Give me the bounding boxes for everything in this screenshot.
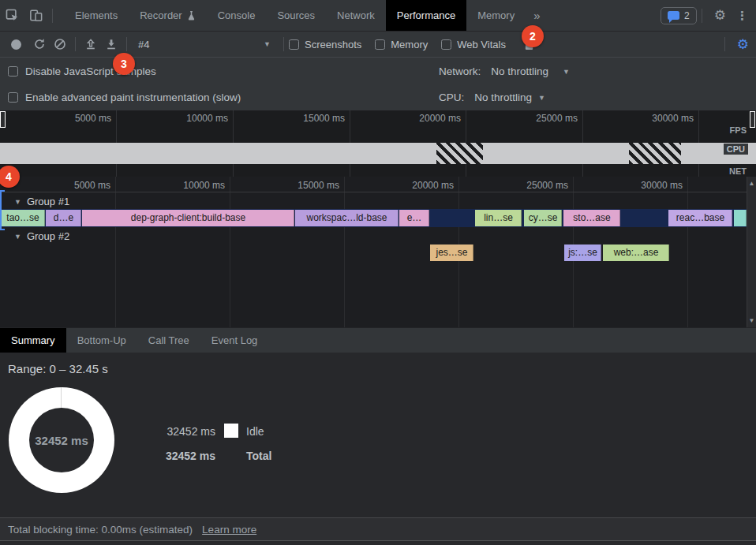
cpu-busy-hatch-region <box>436 143 483 164</box>
flame-tick-label: 10000 ms <box>183 180 225 191</box>
tab-summary[interactable]: Summary <box>0 328 66 353</box>
overview-tick-label: 10000 ms <box>186 113 228 124</box>
chevron-down-icon: ▼ <box>563 68 570 76</box>
inspect-cursor-icon <box>5 8 20 23</box>
more-tabs-button[interactable]: » <box>526 9 548 22</box>
device-toolbar-button[interactable] <box>24 5 47 27</box>
detail-tabs: Summary Bottom-Up Call Tree Event Log <box>0 327 756 353</box>
flame-event-bar[interactable]: workspac…ld-base <box>295 210 399 226</box>
flame-tick-label: 30000 ms <box>641 180 683 191</box>
flame-tick-label: 5000 ms <box>74 180 110 191</box>
chevron-down-icon: ▼ <box>264 40 271 48</box>
flame-event-bar[interactable]: d…e <box>46 210 81 226</box>
flame-event-bar[interactable]: web:…ase <box>603 245 669 261</box>
total-blocking-time-text: Total blocking time: 0.00ms (estimated) <box>8 524 193 536</box>
group-2-bars: jes…sejs:…seweb:…ase <box>0 245 747 261</box>
flame-event-bar[interactable]: lin…se <box>475 210 522 226</box>
flame-tick-label: 20000 ms <box>412 180 454 191</box>
flame-event-bar[interactable]: tao…se <box>1 210 45 226</box>
kebab-menu-button[interactable]: ⋮ <box>733 9 756 23</box>
panel-tabs: Elements Recorder Console Sources Networ… <box>64 0 548 31</box>
divider <box>52 9 53 23</box>
selected-group-indicator <box>0 229 5 230</box>
net-lane-label: NET <box>729 166 747 176</box>
flame-event-bar[interactable]: dep-graph-client:build-base <box>82 210 294 226</box>
clear-button[interactable] <box>50 34 70 54</box>
tab-sources[interactable]: Sources <box>266 0 326 31</box>
tab-performance[interactable]: Performance <box>386 0 466 31</box>
tab-network[interactable]: Network <box>326 0 386 31</box>
tutorial-step-badge: 3 <box>113 53 135 75</box>
donut-total-label: 32452 ms <box>9 387 114 493</box>
timeline-overview[interactable]: FPS CPU NET 5000 ms10000 ms15000 ms20000… <box>0 110 756 177</box>
tab-bottom-up[interactable]: Bottom-Up <box>66 328 137 353</box>
group-1-bars: tao…sed…edep-graph-client:build-basework… <box>0 210 747 226</box>
tab-recorder[interactable]: Recorder <box>129 0 206 31</box>
flame-event-bar[interactable]: js:…se <box>564 245 601 261</box>
download-icon <box>105 38 118 50</box>
overview-tick-label: 15000 ms <box>303 113 345 124</box>
flame-event-bar[interactable]: reac…base <box>668 210 732 226</box>
block-icon <box>54 38 66 50</box>
flame-chart-scrollbar[interactable]: ▲ ▼ <box>747 177 756 327</box>
group-2-header[interactable]: ▼ Group #2 <box>14 230 69 242</box>
divider <box>724 37 725 51</box>
advanced-paint-checkbox[interactable]: Enable advanced paint instrumentation (s… <box>8 91 241 103</box>
checkbox-box <box>441 39 451 50</box>
flame-event-bar[interactable] <box>734 210 747 226</box>
group-1-header[interactable]: ▼ Group #1 <box>14 196 69 207</box>
legend-idle-value: 32452 ms <box>164 425 215 438</box>
overview-tick-label: 5000 ms <box>75 113 111 124</box>
cpu-activity-band <box>0 143 756 164</box>
settings-gear-button[interactable]: ⚙ <box>707 7 733 24</box>
cpu-throttling-select[interactable]: CPU: No throttling ▼ <box>439 91 545 103</box>
message-bubble-icon <box>668 11 679 20</box>
learn-more-link[interactable]: Learn more <box>202 524 256 536</box>
profile-history-select[interactable]: #4 ▼ <box>132 39 279 50</box>
issues-counter-button[interactable]: 2 <box>661 7 697 24</box>
save-profile-button[interactable] <box>101 34 122 54</box>
network-throttling-select[interactable]: Network: No throttling ▼ <box>439 65 570 77</box>
scroll-down-icon[interactable]: ▼ <box>747 317 756 324</box>
issues-count: 2 <box>684 10 690 21</box>
reload-icon <box>33 38 46 50</box>
devtools-tabbar: Elements Recorder Console Sources Networ… <box>0 0 756 32</box>
devtools-window: Elements Recorder Console Sources Networ… <box>0 0 756 545</box>
ruler-divider <box>0 192 747 192</box>
tab-event-log[interactable]: Event Log <box>200 328 269 353</box>
flame-event-bar[interactable]: cy…se <box>524 210 562 226</box>
scroll-up-icon[interactable]: ▲ <box>747 180 756 187</box>
capture-settings-gear-button[interactable]: ⚙ <box>730 36 756 53</box>
tab-call-tree[interactable]: Call Tree <box>137 328 200 353</box>
time-breakdown-donut: 32452 ms <box>9 387 114 493</box>
load-profile-button[interactable] <box>80 34 101 54</box>
chevron-down-icon: ▼ <box>538 94 545 102</box>
checkbox-box <box>8 92 18 103</box>
flame-event-bar[interactable]: e… <box>399 210 429 226</box>
cpu-busy-hatch-region <box>629 143 681 164</box>
overview-tick-label: 30000 ms <box>652 113 694 124</box>
flame-tick-label: 15000 ms <box>298 180 339 191</box>
flame-event-bar[interactable]: sto…ase <box>563 210 620 226</box>
tab-memory[interactable]: Memory <box>466 0 526 31</box>
memory-checkbox[interactable]: Memory <box>375 39 428 50</box>
window-bottom-edge <box>0 540 756 545</box>
record-icon <box>11 39 21 50</box>
overview-right-handle[interactable] <box>750 111 755 128</box>
web-vitals-checkbox[interactable]: Web Vitals <box>441 39 506 50</box>
tab-elements[interactable]: Elements <box>64 0 129 31</box>
reload-and-record-button[interactable] <box>29 34 50 54</box>
screenshots-checkbox[interactable]: Screenshots <box>289 39 361 50</box>
overview-left-handle[interactable] <box>0 111 6 128</box>
selected-group-indicator <box>0 190 5 192</box>
tab-console[interactable]: Console <box>207 0 267 31</box>
divider <box>75 37 76 51</box>
flame-tick-label: 25000 ms <box>526 180 568 191</box>
checkbox-box <box>289 39 299 50</box>
fps-lane-label: FPS <box>730 125 747 135</box>
overview-tick-label: 20000 ms <box>419 113 461 124</box>
record-button[interactable] <box>9 34 29 54</box>
flame-event-bar[interactable]: jes…se <box>430 245 473 261</box>
inspect-element-button[interactable] <box>0 5 24 27</box>
flame-chart[interactable]: ▼ Group #1 tao…sed…edep-graph-client:bui… <box>0 177 756 327</box>
